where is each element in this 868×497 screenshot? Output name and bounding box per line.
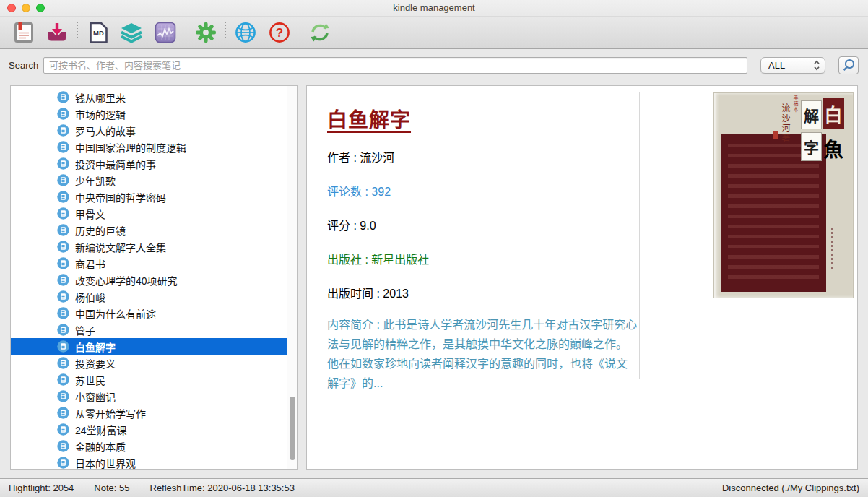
book-icon [57, 191, 69, 203]
refresh-button[interactable] [308, 20, 332, 45]
import-icon [46, 22, 68, 43]
window-title: kindle management [0, 0, 868, 15]
cover-signature: 流沙河著 [779, 103, 791, 144]
merge-layers-button[interactable] [119, 20, 144, 45]
scrollbar-thumb[interactable] [290, 397, 295, 460]
book-icon [57, 340, 69, 353]
toolbar-separator [77, 20, 78, 46]
list-item[interactable]: 管子 [11, 321, 297, 338]
titlebar: kindle management [0, 0, 868, 17]
book-title: 日本的世界观 [75, 456, 136, 470]
layers-icon [120, 22, 143, 43]
book-title: 金融的本质 [75, 439, 126, 454]
filter-selected-value: ALL [768, 60, 785, 71]
toolbar-separator [300, 20, 300, 46]
search-icon [841, 58, 856, 74]
book-icon [57, 390, 69, 402]
list-item[interactable]: 24堂财富课 [11, 421, 297, 438]
list-item[interactable]: 甲骨文 [11, 205, 297, 222]
book-title-link[interactable]: 白鱼解字 [327, 104, 411, 133]
list-item[interactable]: 历史的巨镜 [11, 222, 297, 238]
list-item[interactable]: 白鱼解字 [11, 338, 297, 355]
settings-gear-icon [195, 22, 217, 43]
book-icon [57, 224, 69, 236]
author-field: 作者 : 流沙河 [327, 148, 638, 165]
svg-text:?: ? [276, 26, 283, 40]
book-title: 投资要义 [75, 356, 116, 371]
book-icon [57, 457, 69, 469]
search-button[interactable] [838, 56, 859, 74]
book-icon [57, 307, 69, 319]
help-button[interactable]: ? [267, 20, 292, 45]
close-window-button[interactable] [7, 4, 16, 12]
web-button[interactable] [233, 20, 258, 45]
book-title: 历史的巨镜 [75, 223, 126, 238]
book-title: 罗马人的故事 [75, 124, 136, 138]
list-item[interactable]: 新编说文解字大全集 [11, 238, 297, 255]
book-title: 中央帝国的哲学密码 [75, 190, 166, 204]
book-title: 新编说文解字大全集 [75, 240, 166, 254]
list-item[interactable]: 金融的本质 [11, 438, 297, 454]
search-row: Search ALL [0, 50, 868, 81]
book-detail-pane: 白鱼解字 作者 : 流沙河 评论数 : 392 评分 : 9.0 出版社 : 新… [306, 85, 858, 470]
book-title: 甲骨文 [75, 207, 105, 221]
book-icon [57, 241, 69, 253]
search-input[interactable] [43, 57, 747, 74]
book-list-pane: 钱从哪里来 市场的逻辑 罗马人的故事 中国国家治理的制度逻辑 投资中最简单的事 [10, 85, 298, 470]
markdown-export-button[interactable]: MD [86, 20, 110, 45]
book-icon [57, 124, 69, 137]
book-icon [57, 407, 69, 419]
list-item[interactable]: 中国国家治理的制度逻辑 [11, 139, 297, 155]
statistics-button[interactable] [153, 20, 178, 45]
notes-button[interactable] [12, 20, 36, 45]
list-item[interactable]: 投资要义 [11, 355, 297, 371]
list-item[interactable]: 杨伯峻 [11, 288, 297, 305]
detail-divider [639, 92, 640, 379]
book-icon [57, 423, 69, 436]
book-icon [57, 108, 69, 120]
book-icon [57, 274, 69, 286]
list-item[interactable]: 从零开始学写作 [11, 405, 297, 421]
reviews-field: 评论数 : 392 [327, 182, 638, 199]
settings-button[interactable] [194, 20, 218, 45]
list-item[interactable]: 投资中最简单的事 [11, 155, 297, 172]
list-item[interactable]: 罗马人的故事 [11, 122, 297, 139]
list-scrollbar[interactable] [287, 86, 297, 469]
rating-field: 评分 : 9.0 [327, 216, 638, 233]
toolbar-separator [225, 20, 226, 46]
cover-char: 白 [823, 98, 844, 129]
list-item[interactable]: 中央帝国的哲学密码 [11, 189, 297, 205]
list-item[interactable]: 市场的逻辑 [11, 105, 297, 122]
list-item[interactable]: 改变心理学的40项研究 [11, 272, 297, 288]
book-icon [57, 373, 69, 386]
book-title: 中国国家治理的制度逻辑 [75, 140, 186, 155]
filter-select[interactable]: ALL [760, 57, 825, 74]
list-item[interactable]: 日本的世界观 [11, 454, 297, 470]
list-item[interactable]: 少年凯歌 [11, 172, 297, 189]
list-item[interactable]: 中国为什么有前途 [11, 305, 297, 321]
book-title: 管子 [75, 323, 95, 337]
book-icon [57, 141, 69, 153]
list-item[interactable]: 商君书 [11, 255, 297, 272]
list-item[interactable]: 苏世民 [11, 371, 297, 388]
list-item[interactable]: 钱从哪里来 [11, 89, 297, 105]
book-icon [57, 157, 69, 170]
cover-char: 字 [801, 132, 822, 161]
highlight-count: Hightlight: 2054 [9, 483, 74, 493]
book-icon [57, 440, 69, 452]
notes-icon [14, 22, 34, 43]
book-icon [57, 207, 69, 220]
note-count: Note: 55 [94, 483, 129, 493]
markdown-file-icon: MD [89, 22, 108, 44]
zoom-window-button[interactable] [36, 4, 45, 12]
book-title: 中国为什么有前途 [75, 306, 156, 321]
status-bar: Hightlight: 2054 Note: 55 RefleshTime: 2… [0, 478, 868, 497]
connection-status: Disconnected (./My Clippings.txt) [722, 483, 859, 493]
refresh-icon [308, 22, 331, 43]
minimize-window-button[interactable] [22, 4, 30, 12]
cover-seal [773, 131, 778, 139]
import-clippings-button[interactable] [45, 20, 69, 45]
book-icon [57, 324, 69, 336]
list-item[interactable]: 小窗幽记 [11, 388, 297, 405]
search-label: Search [9, 50, 38, 81]
